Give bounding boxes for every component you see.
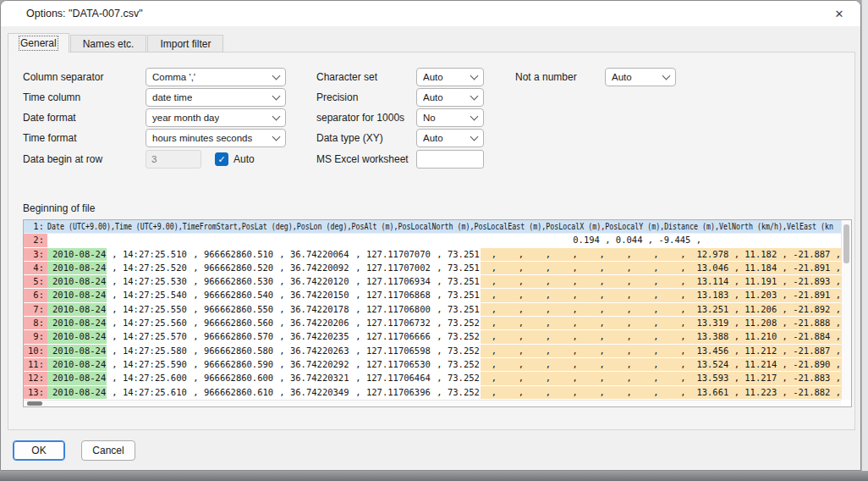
row-number: 12:	[24, 372, 47, 384]
comma-cell: ,	[669, 262, 696, 274]
dialog-title: Options: "DATA-007.csv"	[26, 8, 143, 19]
tab-general[interactable]: General	[8, 33, 69, 53]
spacer	[47, 234, 573, 246]
comma-cell: ,	[535, 317, 562, 329]
comma-cell: ,	[643, 275, 670, 288]
comma-cell: ,	[508, 289, 535, 301]
comma-cell: ,	[669, 303, 696, 316]
chevron-down-icon	[470, 72, 479, 80]
comma-cell: ,	[562, 317, 589, 329]
comma-cell: ,	[589, 289, 616, 301]
auto-checkbox-label: Auto	[233, 150, 255, 169]
tab-names-etc-label: Names etc.	[83, 38, 135, 50]
values-cell: 13.388 , 11.210 , -21.884 ,	[696, 330, 841, 343]
close-icon[interactable]: ✕	[821, 1, 857, 26]
comma-cell: ,	[508, 386, 535, 399]
posalt-cell: , 73.251	[431, 275, 481, 288]
row-number: 3:	[24, 248, 47, 261]
comma-cell: ,	[508, 317, 535, 329]
empty-columns: ,,,,,,,,13.183 , 11.203 , -21.891 ,	[481, 289, 841, 301]
poslon-cell: , 127.11707070	[350, 248, 431, 261]
cancel-button[interactable]: Cancel	[81, 440, 135, 461]
comma-cell: ,	[643, 303, 670, 316]
comma-cell: ,	[643, 317, 670, 329]
comma-cell: ,	[481, 303, 508, 316]
comma-cell: ,	[535, 330, 562, 343]
preview-row: 4:2010-08-24 , 14:27:25.520 , 966662860.…	[24, 262, 841, 275]
timefromstart-cell: , 966662860.540	[188, 289, 274, 301]
comma-cell: ,	[669, 345, 696, 357]
poslon-cell: , 127.11706666	[350, 330, 431, 343]
poslon-cell: , 127.11706464	[350, 372, 431, 384]
comma-cell: ,	[616, 372, 643, 384]
time-column-select[interactable]: date time	[146, 88, 286, 107]
date-cell: 2010-08-24	[47, 386, 107, 399]
vertical-scrollbar-thumb[interactable]	[843, 224, 849, 263]
comma-cell: ,	[589, 345, 616, 357]
chevron-down-icon	[470, 133, 479, 141]
comma-cell: ,	[616, 303, 643, 316]
tab-names-etc[interactable]: Names etc.	[70, 35, 147, 53]
date-cell: 2010-08-24	[47, 303, 107, 316]
data-type-xy-select[interactable]: Auto	[416, 129, 484, 147]
poslat-cell: , 36.74220120	[274, 275, 350, 288]
empty-columns: ,,,,,,,,13.593 , 11.217 , -21.883 ,	[481, 372, 841, 384]
ok-button[interactable]: OK	[13, 440, 65, 461]
values-cell: 13.319 , 11.208 , -21.888 ,	[696, 317, 841, 329]
timefromstart-cell: , 966662860.560	[188, 317, 274, 329]
comma-cell: ,	[669, 358, 696, 371]
vertical-scrollbar[interactable]	[841, 220, 851, 400]
comma-cell: ,	[481, 275, 508, 288]
comma-cell: ,	[562, 330, 589, 343]
comma-cell: ,	[669, 386, 696, 399]
separator-1000s-select[interactable]: No	[416, 108, 484, 127]
check-icon: ✓	[217, 155, 225, 164]
comma-cell: ,	[669, 330, 696, 343]
comma-cell: ,	[562, 372, 589, 384]
not-a-number-select[interactable]: Auto	[605, 68, 676, 86]
time-cell: , 14:27:25.600	[107, 372, 188, 384]
comma-cell: ,	[481, 317, 508, 329]
comma-cell: ,	[616, 275, 643, 288]
date-cell: 2010-08-24	[47, 289, 107, 301]
horizontal-scrollbar[interactable]	[24, 400, 841, 406]
poslon-cell: , 127.11706530	[350, 358, 431, 371]
horizontal-scrollbar-thumb[interactable]	[27, 401, 42, 406]
empty-columns: ,,,,,,,,13.251 , 11.206 , -21.892 ,	[481, 303, 841, 316]
not-a-number-label: Not a number	[515, 68, 577, 86]
title-bar[interactable]: Options: "DATA-007.csv" ✕	[1, 1, 860, 26]
comma-cell: ,	[589, 303, 616, 316]
column-separator-select[interactable]: Comma ','	[146, 68, 286, 86]
empty-columns: ,,,,,,,,13.046 , 11.184 , -21.891 ,	[481, 262, 841, 274]
row-number: 4:	[24, 262, 47, 274]
poslat-cell: , 36.74220321	[274, 372, 350, 384]
preview-row: 6:2010-08-24 , 14:27:25.540 , 966662860.…	[24, 289, 841, 302]
tab-import-filter[interactable]: Import filter	[147, 35, 223, 53]
date-format-select[interactable]: year month day	[146, 108, 286, 127]
posalt-cell: , 73.252	[431, 330, 481, 343]
time-format-select[interactable]: hours minutes seconds	[146, 129, 286, 147]
posalt-cell: , 73.252	[431, 386, 481, 399]
comma-cell: ,	[562, 275, 589, 288]
comma-cell: ,	[616, 289, 643, 301]
comma-cell: ,	[535, 303, 562, 316]
date-format-label: Date format	[23, 108, 76, 127]
time-column-value: date time	[152, 92, 192, 102]
background-window-bottom	[0, 471, 868, 481]
values-cell: 13.046 , 11.184 , -21.891 ,	[696, 262, 841, 274]
chevron-down-icon	[662, 72, 671, 80]
timefromstart-cell: , 966662860.530	[188, 275, 274, 288]
empty-columns: ,,,,,,,,13.114 , 11.191 , -21.893 ,	[481, 275, 841, 288]
poslat-cell: , 36.74220178	[274, 303, 350, 316]
timefromstart-cell: , 966662860.570	[188, 330, 274, 343]
comma-cell: ,	[669, 317, 696, 329]
precision-select[interactable]: Auto	[416, 88, 484, 107]
comma-cell: ,	[616, 248, 643, 261]
ms-excel-worksheet-input[interactable]	[416, 150, 484, 169]
posalt-cell: , 73.251	[431, 289, 481, 301]
character-set-select[interactable]: Auto	[416, 68, 484, 86]
comma-cell: ,	[562, 303, 589, 316]
timefromstart-cell: , 966662860.580	[188, 345, 274, 357]
comma-cell: ,	[669, 248, 696, 261]
auto-checkbox[interactable]: ✓	[215, 152, 228, 166]
